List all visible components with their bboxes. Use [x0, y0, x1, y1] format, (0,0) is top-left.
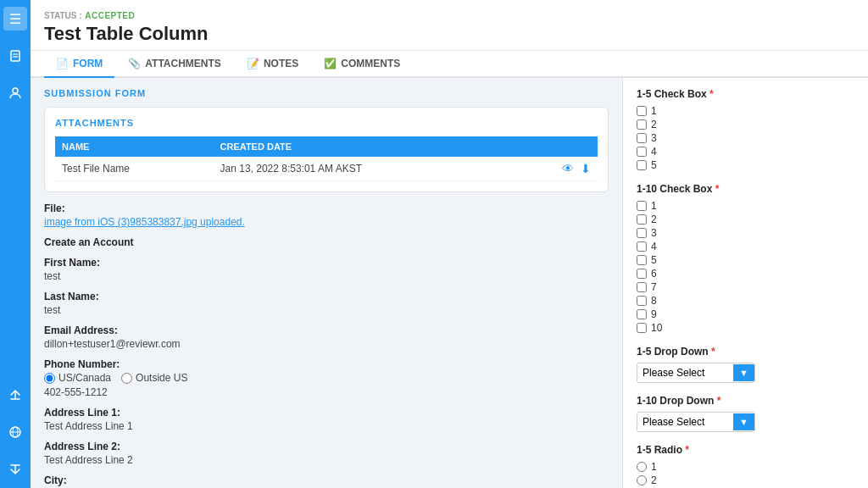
attachment-actions: 👁 ⬇ — [522, 162, 591, 175]
left-panel: SUBMISSION FORM ATTACHMENTS NAME CREATED… — [31, 78, 622, 488]
dropdown-1-5-select-wrapper: Please Select 12345 ▼ — [637, 363, 755, 383]
attachments-card: ATTACHMENTS NAME CREATED DATE Test File … — [44, 107, 609, 192]
import-icon[interactable] — [3, 458, 27, 481]
checkbox-1-5-label: 1-5 Check Box * — [637, 88, 854, 100]
checkbox-1-5-group: 1-5 Check Box * 1 2 3 4 5 — [637, 88, 854, 171]
checkbox-1-5-3[interactable] — [637, 133, 647, 143]
checkbox-1-5-2[interactable] — [637, 119, 647, 130]
tab-comments[interactable]: ✅ COMMENTS — [312, 51, 412, 78]
download-icon[interactable]: ⬇ — [581, 162, 591, 175]
notes-tab-icon: 📝 — [247, 58, 259, 69]
list-item: 1 — [637, 200, 854, 212]
last-name-field: Last Name: test — [44, 291, 609, 316]
tab-notes[interactable]: 📝 NOTES — [235, 51, 310, 78]
checkbox-1-10-8[interactable] — [637, 296, 647, 306]
dropdown-1-10-arrow[interactable]: ▼ — [733, 413, 754, 430]
city-label: City: — [44, 474, 609, 486]
phone-options: US/Canada Outside US — [44, 372, 609, 384]
dropdown-1-10-select[interactable]: Please Select 12345 678910 — [637, 413, 733, 431]
checkbox-1-10-6[interactable] — [637, 269, 647, 279]
export-icon[interactable] — [3, 383, 27, 407]
first-name-label: First Name: — [44, 257, 609, 269]
checkbox-1-10-5[interactable] — [637, 255, 647, 265]
phone-us-canada[interactable]: US/Canada — [44, 372, 111, 384]
address1-value: Test Address Line 1 — [44, 420, 609, 432]
attachment-date: Jan 13, 2022 8:53:01 AM AKST — [214, 157, 515, 181]
main-content: STATUS : ACCEPTED Test Table Column 📄 FO… — [31, 0, 868, 488]
email-label: Email Address: — [44, 324, 609, 336]
svg-point-3 — [13, 88, 18, 93]
checkbox-1-10-3[interactable] — [637, 228, 647, 238]
list-item: 2 — [637, 474, 854, 486]
status-line: STATUS : ACCEPTED — [44, 8, 854, 21]
checkbox-1-10-9[interactable] — [637, 309, 647, 319]
list-item: 1 — [637, 105, 854, 117]
status-label: STATUS : — [44, 11, 82, 20]
checkbox-1-10-10[interactable] — [637, 323, 647, 333]
checkbox-1-10-1[interactable] — [637, 201, 647, 211]
page-title: Test Table Column — [44, 23, 854, 45]
radio-1-5-group: 1-5 Radio * 1 2 3 4 5 — [637, 444, 854, 488]
col-date: CREATED DATE — [214, 136, 515, 157]
dropdown-1-5-label: 1-5 Drop Down * — [637, 346, 854, 358]
attachment-name: Test File Name — [55, 157, 214, 181]
tab-attachments[interactable]: 📎 ATTACHMENTS — [116, 51, 233, 78]
first-name-value: test — [44, 270, 609, 282]
list-item: 2 — [637, 214, 854, 225]
phone-value: 402-555-1212 — [44, 386, 609, 398]
right-panel: 1-5 Check Box * 1 2 3 4 5 1-10 Check Box… — [622, 78, 868, 488]
list-item: 4 — [637, 241, 854, 252]
content-area: SUBMISSION FORM ATTACHMENTS NAME CREATED… — [31, 78, 868, 488]
menu-icon[interactable]: ☰ — [3, 7, 27, 30]
list-item: 5 — [637, 159, 854, 171]
checkbox-1-10-7[interactable] — [637, 282, 647, 292]
list-item: 3 — [637, 227, 854, 239]
dropdown-1-10-group: 1-10 Drop Down * Please Select 12345 678… — [637, 395, 854, 432]
checkbox-1-5-5[interactable] — [637, 160, 647, 170]
checkbox-1-10-4[interactable] — [637, 241, 647, 252]
col-actions — [515, 136, 598, 157]
clipboard-icon[interactable] — [3, 44, 27, 68]
radio-1-5-1[interactable] — [637, 462, 647, 472]
radio-1-5-label: 1-5 Radio * — [637, 444, 854, 456]
phone-outside-radio[interactable] — [121, 373, 132, 384]
address2-value: Test Address Line 2 — [44, 454, 609, 466]
file-value[interactable]: image from iOS (3)985383837.jpg uploaded… — [44, 216, 609, 228]
checkbox-1-5-list: 1 2 3 4 5 — [637, 105, 854, 171]
dropdown-1-10-select-wrapper: Please Select 12345 678910 ▼ — [637, 412, 755, 432]
list-item: 6 — [637, 268, 854, 280]
tab-bar: 📄 FORM 📎 ATTACHMENTS 📝 NOTES ✅ COMMENTS — [31, 51, 868, 78]
dropdown-1-5-required: * — [711, 346, 715, 358]
first-name-field: First Name: test — [44, 257, 609, 282]
city-field: City: — [44, 474, 609, 486]
dropdown-1-5-group: 1-5 Drop Down * Please Select 12345 ▼ — [637, 346, 854, 383]
form-tab-icon: 📄 — [56, 58, 69, 69]
attachments-tab-icon: 📎 — [128, 58, 141, 69]
phone-outside-us[interactable]: Outside US — [121, 372, 187, 384]
address2-field: Address Line 2: Test Address Line 2 — [44, 441, 609, 466]
phone-field: Phone Number: US/Canada Outside US 402-5… — [44, 358, 609, 398]
checkbox-1-10-required: * — [715, 183, 720, 195]
dropdown-1-5-select[interactable]: Please Select 12345 — [637, 363, 733, 382]
col-name: NAME — [55, 136, 214, 157]
svg-rect-0 — [11, 51, 19, 61]
checkbox-1-10-2[interactable] — [637, 214, 647, 225]
email-value: dillon+testuser1@reviewr.com — [44, 338, 609, 350]
user-icon[interactable] — [3, 81, 27, 105]
globe-icon[interactable] — [3, 420, 27, 444]
dropdown-1-5-arrow[interactable]: ▼ — [733, 364, 754, 381]
list-item: 1 — [637, 461, 854, 473]
list-item: 3 — [637, 132, 854, 144]
tab-form[interactable]: 📄 FORM — [44, 51, 114, 78]
view-icon[interactable]: 👁 — [562, 162, 574, 175]
phone-us-radio[interactable] — [44, 373, 55, 384]
radio-1-5-2[interactable] — [637, 475, 647, 485]
list-item: 10 — [637, 322, 854, 334]
address2-label: Address Line 2: — [44, 441, 609, 452]
list-item: 5 — [637, 254, 854, 266]
checkbox-1-5-1[interactable] — [637, 106, 647, 116]
last-name-label: Last Name: — [44, 291, 609, 302]
checkbox-1-5-4[interactable] — [637, 147, 647, 157]
list-item: 4 — [637, 146, 854, 158]
attachments-card-title: ATTACHMENTS — [55, 118, 598, 128]
